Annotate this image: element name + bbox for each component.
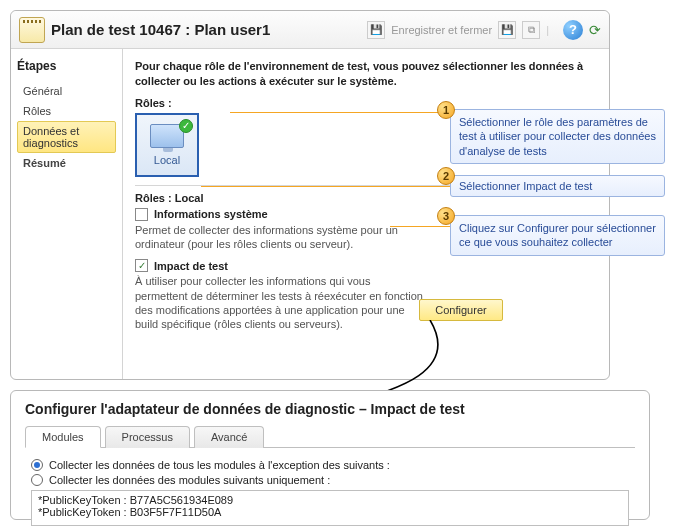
notepad-icon (19, 17, 45, 43)
copy-icon[interactable]: ⧉ (522, 21, 540, 39)
toolbar-actions: 💾 Enregistrer et fermer 💾 ⧉ | ? ⟳ (367, 20, 601, 40)
leader-line-1 (230, 112, 450, 113)
sidebar-item-roles[interactable]: Rôles (17, 101, 116, 121)
titlebar: Plan de test 10467 : Plan user1 💾 Enregi… (11, 11, 609, 49)
help-icon[interactable]: ? (563, 20, 583, 40)
sidebar-item-data-diagnostics[interactable]: Données et diagnostics (17, 121, 116, 153)
callout-2-text: Sélectionner Impact de test (459, 179, 592, 193)
tab-avance[interactable]: Avancé (194, 426, 265, 448)
sidebar: Étapes Général Rôles Données et diagnost… (11, 49, 123, 379)
instruction-text: Pour chaque rôle de l'environnement de t… (135, 59, 597, 89)
token-row-2: *PublicKeyToken : B03F5F7F11D50A (38, 506, 622, 518)
sysinfo-title: Informations système (154, 208, 268, 220)
leader-line-3 (390, 226, 450, 227)
save-icon[interactable]: 💾 (367, 21, 385, 39)
callout-1: 1 Sélectionner le rôle des paramètres de… (450, 109, 665, 164)
radio-collect-except-label: Collecter les données de tous les module… (49, 459, 390, 471)
callout-1-number: 1 (437, 101, 455, 119)
radio-collect-except[interactable] (31, 459, 43, 471)
sidebar-item-summary[interactable]: Résumé (17, 153, 116, 173)
role-tile-label: Local (154, 154, 180, 166)
check-icon: ✓ (179, 119, 193, 133)
impact-desc: À utiliser pour collecter les informatio… (135, 274, 425, 331)
callout-2-number: 2 (437, 167, 455, 185)
refresh-icon[interactable]: ⟳ (589, 22, 601, 38)
radio-collect-only[interactable] (31, 474, 43, 486)
token-list[interactable]: *PublicKeyToken : B77A5C561934E089 *Publ… (31, 490, 629, 526)
tab-bar: Modules Processus Avancé (25, 425, 635, 448)
role-tile-local[interactable]: ✓ Local (135, 113, 199, 177)
section-test-impact: ✓ Impact de test À utiliser pour collect… (135, 259, 597, 331)
tab-processus[interactable]: Processus (105, 426, 190, 448)
callout-3: 3 Cliquez sur Configurer pour sélectionn… (450, 215, 665, 256)
panel2-title: Configurer l'adaptateur de données de di… (25, 401, 635, 417)
callout-3-text: Cliquez sur Configurer pour sélectionner… (459, 222, 656, 248)
window-title: Plan de test 10467 : Plan user1 (51, 21, 367, 38)
checkbox-impact[interactable]: ✓ (135, 259, 148, 272)
sysinfo-desc: Permet de collecter des informations sys… (135, 223, 425, 252)
leader-line-2 (201, 186, 450, 187)
callout-3-number: 3 (437, 207, 455, 225)
callout-2: 2 Sélectionner Impact de test (450, 175, 665, 197)
sidebar-heading: Étapes (17, 59, 116, 73)
roles-label: Rôles : (135, 97, 597, 109)
token-row-1: *PublicKeyToken : B77A5C561934E089 (38, 494, 622, 506)
sidebar-item-general[interactable]: Général (17, 81, 116, 101)
configure-button[interactable]: Configurer (419, 299, 503, 321)
tab-modules[interactable]: Modules (25, 426, 101, 448)
save-close-label[interactable]: Enregistrer et fermer (391, 24, 492, 36)
impact-title: Impact de test (154, 260, 228, 272)
content-area: Pour chaque rôle de l'environnement de t… (123, 49, 609, 379)
callout-1-text: Sélectionner le rôle des paramètres de t… (459, 116, 656, 157)
panel2-body: Collecter les données de tous les module… (25, 448, 635, 528)
checkbox-sysinfo[interactable] (135, 208, 148, 221)
diagnostic-adapter-dialog: Configurer l'adaptateur de données de di… (10, 390, 650, 520)
radio-collect-only-label: Collecter les données des modules suivan… (49, 474, 330, 486)
configure-button-label: Configurer (435, 304, 486, 316)
save-icon-2[interactable]: 💾 (498, 21, 516, 39)
